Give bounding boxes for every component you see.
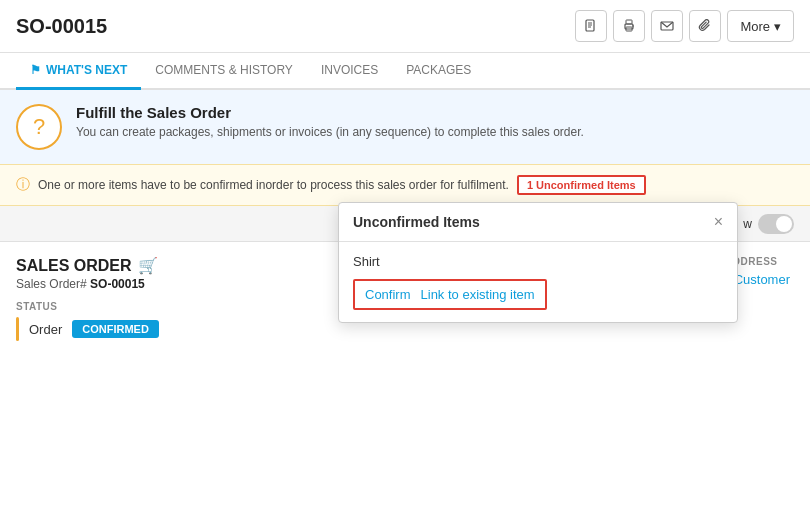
tab-comments-history-label: COMMENTS & HISTORY	[155, 63, 293, 77]
fulfill-text: Fulfill the Sales Order You can create p…	[76, 104, 584, 139]
fulfill-description: You can create packages, shipments or in…	[76, 125, 584, 139]
page-header: SO-00015	[0, 0, 810, 53]
pdf-icon	[584, 19, 598, 33]
status-confirmed-badge: CONFIRMED	[72, 320, 159, 338]
status-text: Order	[29, 322, 62, 337]
print-button[interactable]	[613, 10, 645, 42]
attachment-button[interactable]	[689, 10, 721, 42]
fulfill-icon-wrap: ?	[16, 104, 62, 150]
toggle-switch[interactable]	[758, 214, 794, 234]
fulfill-question-icon: ?	[33, 114, 45, 140]
popup-header: Unconfirmed Items ×	[339, 203, 737, 242]
tab-invoices-label: INVOICES	[321, 63, 378, 77]
shopify-icon: 🛒	[138, 256, 158, 275]
tab-whats-next-label: WHAT'S NEXT	[46, 63, 127, 77]
popup-body: Shirt Confirm Link to existing item	[339, 242, 737, 322]
email-icon	[660, 19, 674, 33]
warning-icon: ⓘ	[16, 176, 30, 194]
more-label: More	[740, 19, 770, 34]
popup-close-button[interactable]: ×	[714, 213, 723, 231]
popup-item-name: Shirt	[353, 254, 723, 269]
confirm-link[interactable]: Confirm	[365, 287, 411, 302]
fulfill-section: ? Fulfill the Sales Order You can create…	[0, 90, 810, 164]
chevron-down-icon: ▾	[774, 19, 781, 34]
warning-bar: ⓘ One or more items have to be confirmed…	[0, 164, 810, 206]
page-title: SO-00015	[16, 15, 107, 38]
warning-text: One or more items have to be confirmed i…	[38, 178, 509, 192]
tab-comments-history[interactable]: COMMENTS & HISTORY	[141, 53, 307, 90]
more-button[interactable]: More ▾	[727, 10, 794, 42]
tab-whats-next[interactable]: ⚑ WHAT'S NEXT	[16, 53, 141, 90]
svg-point-7	[633, 25, 635, 27]
svg-rect-5	[626, 20, 632, 24]
unconfirmed-items-popup: Unconfirmed Items × Shirt Confirm Link t…	[338, 202, 738, 323]
toggle-label: w	[743, 217, 752, 231]
popup-actions: Confirm Link to existing item	[353, 279, 547, 310]
fulfill-title: Fulfill the Sales Order	[76, 104, 584, 121]
whats-next-icon: ⚑	[30, 63, 41, 77]
status-line-indicator	[16, 317, 19, 341]
toggle-container: w	[743, 214, 794, 234]
tab-invoices[interactable]: INVOICES	[307, 53, 392, 90]
popup-title: Unconfirmed Items	[353, 214, 480, 230]
tab-bar: ⚑ WHAT'S NEXT COMMENTS & HISTORY INVOICE…	[0, 53, 810, 90]
print-icon	[622, 19, 636, 33]
warning-popup-container: ⓘ One or more items have to be confirmed…	[0, 164, 810, 242]
header-actions: More ▾	[575, 10, 794, 42]
sales-order-number: SO-00015	[90, 277, 145, 291]
unconfirmed-items-badge[interactable]: 1 Unconfirmed Items	[517, 175, 646, 195]
pdf-button[interactable]	[575, 10, 607, 42]
attachment-icon	[698, 19, 712, 33]
tab-packages-label: PACKAGES	[406, 63, 471, 77]
tab-packages[interactable]: PACKAGES	[392, 53, 485, 90]
email-button[interactable]	[651, 10, 683, 42]
link-to-existing-item-link[interactable]: Link to existing item	[421, 287, 535, 302]
